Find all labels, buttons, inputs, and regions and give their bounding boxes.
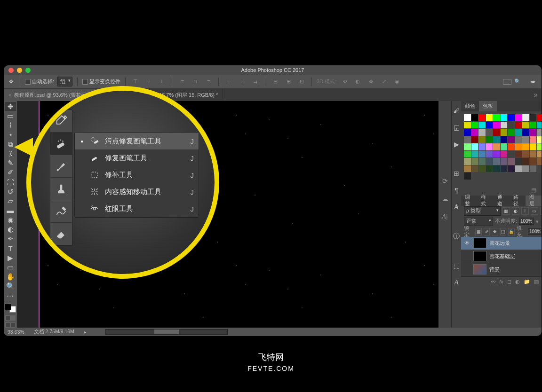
swatch[interactable] bbox=[464, 151, 471, 158]
layer-mask-icon[interactable]: ◻ bbox=[507, 279, 511, 285]
swatch[interactable] bbox=[478, 151, 486, 158]
swatch[interactable] bbox=[530, 151, 537, 158]
swatch[interactable] bbox=[478, 114, 486, 121]
healing-brush-tool[interactable]: ✎ bbox=[5, 159, 16, 168]
swatch[interactable] bbox=[471, 122, 478, 129]
hand-tool[interactable]: ✋ bbox=[5, 272, 16, 281]
swatch[interactable] bbox=[522, 151, 529, 158]
swatch[interactable] bbox=[515, 114, 522, 121]
auto-select-dropdown[interactable]: 组 bbox=[57, 77, 72, 86]
move-tool[interactable]: ✥ bbox=[5, 102, 16, 111]
swatch[interactable] bbox=[530, 136, 537, 143]
info-icon[interactable]: ⓘ bbox=[452, 232, 461, 241]
flyout-spot-healing[interactable]: ▪ 污点修复画笔工具 J bbox=[75, 133, 199, 149]
zoomed-clone-stamp-tool[interactable] bbox=[50, 178, 72, 200]
filter-smart-icon[interactable]: ◫ bbox=[540, 207, 542, 215]
swatch[interactable] bbox=[471, 129, 478, 136]
align-left-icon[interactable]: ⊏ bbox=[177, 77, 187, 87]
3d-slide-icon[interactable]: ⤢ bbox=[379, 77, 389, 87]
swatch[interactable] bbox=[478, 122, 486, 129]
swatch[interactable] bbox=[508, 114, 515, 121]
swatch[interactable] bbox=[537, 129, 542, 136]
swatch[interactable] bbox=[522, 143, 529, 150]
swatch[interactable] bbox=[522, 136, 529, 143]
swatch[interactable] bbox=[508, 151, 515, 158]
swatch[interactable] bbox=[522, 129, 529, 136]
swatch[interactable] bbox=[464, 158, 471, 165]
dodge-tool[interactable]: ◐ bbox=[5, 225, 16, 234]
swatch[interactable] bbox=[515, 129, 522, 136]
collapse-panels-icon[interactable]: ◂▸ bbox=[530, 78, 536, 85]
gradient-tool[interactable]: ▬ bbox=[5, 206, 16, 215]
distribute-icon[interactable]: ≡ bbox=[223, 77, 234, 87]
type-tool[interactable]: T bbox=[5, 244, 16, 253]
swatch[interactable] bbox=[530, 143, 537, 150]
swatch[interactable] bbox=[501, 165, 508, 172]
swatch[interactable] bbox=[478, 158, 486, 165]
flyout-content-aware-move[interactable]: 内容感知移动工具 J bbox=[75, 183, 199, 200]
navigator-icon[interactable]: A bbox=[452, 203, 461, 212]
swatch[interactable] bbox=[522, 114, 529, 121]
swatch[interactable] bbox=[501, 158, 508, 165]
flyout-patch-tool[interactable]: 修补工具 J bbox=[75, 166, 199, 183]
swatch[interactable] bbox=[486, 158, 493, 165]
lock-artboard-icon[interactable]: ⬚ bbox=[500, 228, 506, 235]
align-right-icon[interactable]: ⊐ bbox=[203, 77, 214, 87]
swatch[interactable] bbox=[471, 158, 478, 165]
zoomed-brush-tool[interactable] bbox=[50, 155, 72, 178]
zoomed-healing-brush-tool[interactable] bbox=[50, 133, 72, 155]
swatch[interactable] bbox=[537, 151, 542, 158]
blend-mode-dropdown[interactable]: 正常 bbox=[464, 217, 493, 226]
swatch[interactable] bbox=[486, 114, 493, 121]
swatch[interactable] bbox=[530, 165, 537, 172]
maximize-window[interactable] bbox=[25, 68, 31, 73]
swatch[interactable] bbox=[486, 151, 493, 158]
brush-tool[interactable]: ✐ bbox=[5, 168, 16, 177]
swatch[interactable] bbox=[493, 114, 500, 121]
doc-info-arrow[interactable]: ▸ bbox=[84, 329, 87, 335]
layer-comps-icon[interactable]: ⊞ bbox=[452, 169, 461, 178]
distribute-v-icon[interactable]: ⊡ bbox=[296, 77, 307, 87]
history-panel-icon[interactable]: ⟳ bbox=[440, 176, 450, 186]
lock-trans-icon[interactable]: ▦ bbox=[475, 228, 481, 235]
swatch[interactable] bbox=[471, 165, 478, 172]
swatch[interactable] bbox=[537, 122, 542, 129]
close-tab-icon[interactable]: × bbox=[8, 92, 11, 98]
doc-size[interactable]: 文档:2.75M/9.16M bbox=[34, 329, 74, 335]
filter-type-icon[interactable]: T bbox=[521, 207, 529, 215]
swatch[interactable] bbox=[464, 165, 471, 172]
swatch[interactable] bbox=[486, 136, 493, 143]
swatch[interactable] bbox=[515, 158, 522, 165]
swatch[interactable] bbox=[478, 129, 486, 136]
tab-swatches[interactable]: 色板 bbox=[479, 101, 497, 111]
history-brush-tool[interactable]: ↺ bbox=[5, 187, 16, 196]
swatch[interactable] bbox=[478, 143, 486, 150]
show-transform-checkbox[interactable] bbox=[82, 79, 88, 85]
color-swatches[interactable] bbox=[5, 304, 16, 313]
distribute-icon[interactable]: ⫤ bbox=[250, 77, 260, 87]
swatch[interactable] bbox=[501, 136, 508, 143]
layer-row[interactable]: 背景 🔒 bbox=[461, 263, 542, 276]
layer-fx-icon[interactable]: fx bbox=[499, 279, 503, 284]
swatch[interactable] bbox=[478, 165, 486, 172]
3d-camera-icon[interactable]: ◉ bbox=[392, 77, 402, 87]
tab-styles[interactable]: 样式 bbox=[477, 196, 493, 206]
swatch[interactable] bbox=[464, 114, 471, 121]
swatch[interactable] bbox=[508, 129, 515, 136]
distribute-h-icon[interactable]: ⊟ bbox=[270, 77, 280, 87]
opacity-input[interactable] bbox=[519, 218, 534, 225]
marquee-tool[interactable]: ▭ bbox=[5, 111, 16, 120]
tab-channels[interactable]: 通道 bbox=[494, 196, 510, 206]
align-bottom-icon[interactable]: ⊥ bbox=[157, 77, 167, 87]
zoomed-history-brush-tool[interactable] bbox=[50, 200, 72, 223]
lasso-tool[interactable]: ⌇ bbox=[5, 121, 16, 130]
swatch[interactable] bbox=[493, 122, 500, 129]
minimize-window[interactable] bbox=[17, 68, 22, 73]
swatch[interactable] bbox=[486, 122, 493, 129]
align-hcenter-icon[interactable]: ⊓ bbox=[190, 77, 200, 87]
swatch[interactable] bbox=[493, 151, 500, 158]
swatch[interactable] bbox=[464, 129, 471, 136]
swatch[interactable] bbox=[486, 165, 493, 172]
swatch[interactable] bbox=[493, 129, 500, 136]
tab-layers[interactable]: 图层 bbox=[526, 196, 542, 206]
